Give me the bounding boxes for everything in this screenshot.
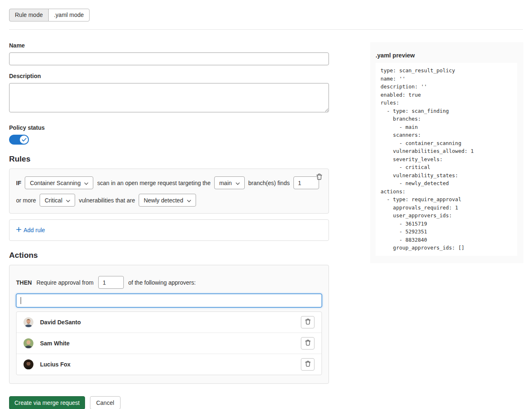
policy-status-toggle[interactable]	[9, 135, 29, 145]
scanner-select[interactable]: Container Scanning	[25, 176, 93, 189]
description-input[interactable]	[9, 83, 329, 112]
state-select-value: Newly detected	[144, 197, 183, 204]
chevron-down-icon	[84, 180, 88, 186]
approver-row: Lucius Fox	[17, 354, 322, 375]
avatar-david-desanto	[24, 317, 33, 327]
main-content: Name Description Policy status Rules	[9, 42, 523, 409]
approver-row: Sam White	[17, 333, 322, 354]
description-label: Description	[9, 73, 329, 79]
approver-name: Lucius Fox	[40, 361, 301, 368]
action-card: THEN Require approval from of the follow…	[9, 265, 329, 384]
text-cursor	[21, 297, 21, 304]
approver-name: Sam White	[40, 340, 301, 347]
chevron-down-icon	[187, 197, 191, 204]
add-rule-button[interactable]: Add rule	[16, 227, 45, 233]
if-label: IF	[16, 180, 21, 186]
rule-card: IF Container Scanning scan in an open me…	[9, 169, 329, 214]
create-via-merge-request-button[interactable]: Create via merge request	[9, 396, 85, 409]
trash-icon	[305, 361, 311, 368]
rule-row-1: IF Container Scanning scan in an open me…	[16, 176, 322, 189]
avatar-sam-white	[24, 338, 33, 348]
rule-row-2: or more Critical vulnerabilities that ar…	[16, 194, 322, 207]
mode-segmented-control: Rule mode .yaml mode	[9, 9, 90, 21]
severity-select-value: Critical	[45, 197, 62, 204]
tab-rule-mode[interactable]: Rule mode	[9, 9, 49, 21]
approvers-text: of the following approvers:	[128, 279, 196, 286]
tab-yaml-mode[interactable]: .yaml mode	[48, 9, 90, 21]
policy-editor-page: Rule mode .yaml mode Name Description Po…	[0, 0, 532, 409]
policy-form: Name Description Policy status Rules	[9, 42, 329, 409]
scanner-select-value: Container Scanning	[30, 180, 80, 186]
rule-text-branches: branch(es) finds	[248, 180, 290, 186]
policy-status-label: Policy status	[9, 124, 329, 131]
yaml-preview-panel: .yaml preview type: scan_result_policy n…	[370, 42, 523, 263]
plus-icon	[16, 227, 21, 233]
avatar-lucius-fox	[24, 359, 33, 369]
rule-text-vulnerabilities: vulnerabilities that are	[79, 197, 135, 204]
yaml-preview-title: .yaml preview	[376, 52, 517, 59]
branch-select[interactable]: main	[214, 176, 244, 189]
trash-icon	[305, 319, 311, 326]
rule-text-scan: scan in an open merge request targeting …	[97, 180, 210, 186]
name-input[interactable]	[9, 52, 329, 65]
name-group: Name	[9, 42, 329, 65]
then-label: THEN	[16, 279, 32, 286]
delete-rule-button[interactable]	[315, 173, 323, 181]
rules-heading: Rules	[9, 155, 329, 164]
or-more-label: or more	[16, 197, 36, 204]
policy-status-group: Policy status	[9, 124, 329, 145]
trash-icon	[305, 340, 311, 347]
approver-name: David DeSanto	[40, 319, 301, 326]
chevron-down-icon	[66, 197, 70, 204]
remove-approver-button[interactable]	[301, 337, 314, 350]
approver-row: David DeSanto	[17, 312, 322, 333]
branch-select-value: main	[219, 180, 232, 186]
state-select[interactable]: Newly detected	[139, 194, 196, 207]
actions-heading: Actions	[9, 251, 329, 260]
remove-approver-button[interactable]	[301, 316, 314, 328]
description-group: Description	[9, 73, 329, 114]
toggle-knob	[20, 136, 28, 144]
remove-approver-button[interactable]	[301, 358, 314, 371]
require-approval-text: Require approval from	[36, 279, 94, 286]
form-footer: Create via merge request Cancel	[9, 396, 329, 409]
approver-list: David DeSanto Sam White	[16, 312, 322, 375]
header-divider	[9, 29, 523, 30]
add-rule-label: Add rule	[24, 227, 45, 233]
severity-select[interactable]: Critical	[40, 194, 75, 207]
approver-search-input[interactable]	[16, 294, 322, 307]
approvals-required-input[interactable]	[98, 276, 124, 289]
yaml-code: type: scan_result_policy name: '' descri…	[376, 63, 517, 256]
add-rule-card: Add rule	[9, 219, 329, 241]
check-icon	[22, 137, 26, 143]
chevron-down-icon	[236, 180, 240, 186]
name-label: Name	[9, 42, 329, 49]
then-row: THEN Require approval from of the follow…	[16, 276, 322, 289]
trash-icon	[316, 175, 322, 181]
yaml-preview-column: .yaml preview type: scan_result_policy n…	[370, 42, 523, 263]
cancel-button[interactable]: Cancel	[90, 396, 121, 409]
